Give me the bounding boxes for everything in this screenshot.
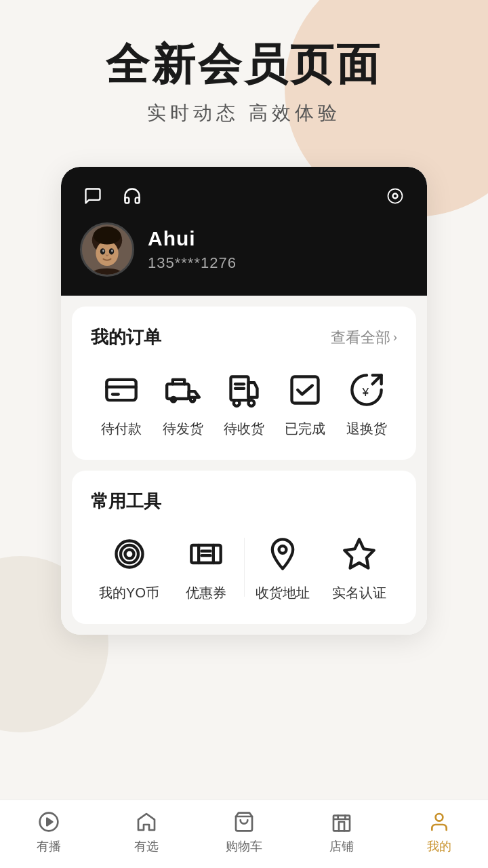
svg-marker-34 <box>47 818 52 826</box>
home-icon <box>136 811 157 833</box>
order-icons-row: 待付款 <box>91 368 397 438</box>
address-icon-wrap <box>261 532 304 576</box>
svg-point-1 <box>393 194 398 199</box>
complete-icon <box>287 372 323 408</box>
order-item-payment[interactable]: 待付款 <box>100 368 143 438</box>
order-label-payment: 待付款 <box>101 420 142 438</box>
tool-label-yocoin: 我的YO币 <box>99 584 159 602</box>
tools-icons-row: 我的YO币 <box>91 532 397 602</box>
header-icons-row <box>80 183 408 209</box>
camera-button[interactable] <box>382 183 408 209</box>
tool-item-yocoin[interactable]: 我的YO币 <box>91 532 167 602</box>
tools-card-header: 常用工具 <box>91 490 397 513</box>
store-nav-icon <box>329 810 354 834</box>
nav-label-play: 有播 <box>37 838 61 854</box>
nav-label-profile: 我的 <box>427 838 451 854</box>
orders-title: 我的订单 <box>91 326 161 349</box>
address-icon <box>265 536 300 572</box>
profile-nav-icon <box>427 810 451 834</box>
ship-icon <box>165 372 201 408</box>
order-item-ship[interactable]: 待发货 <box>161 368 205 438</box>
complete-icon-wrap <box>283 368 327 412</box>
order-item-delivery[interactable]: 待收货 <box>222 368 266 438</box>
tool-label-coupon: 优惠券 <box>186 584 226 602</box>
svg-rect-14 <box>167 384 188 399</box>
tool-item-coupon[interactable]: 优惠券 <box>167 532 244 602</box>
svg-text:¥: ¥ <box>361 385 369 399</box>
coupon-icon-wrap <box>184 532 228 576</box>
nav-item-profile[interactable]: 我的 <box>405 810 473 854</box>
svg-rect-11 <box>107 380 136 400</box>
headset-icon <box>123 186 142 205</box>
header-left-icons <box>80 183 145 209</box>
profile-icon <box>428 811 450 833</box>
tool-item-address[interactable]: 收货地址 <box>244 532 321 602</box>
tools-card: 常用工具 我的YO币 <box>72 471 416 624</box>
member-card: Ahui 135****1276 我的订单 查看全部 › <box>61 167 427 635</box>
nav-item-store[interactable]: 店铺 <box>308 810 375 854</box>
nav-label-store: 店铺 <box>329 838 354 854</box>
svg-point-26 <box>125 550 134 559</box>
cards-section: 我的订单 查看全部 › <box>61 296 427 635</box>
order-item-refund[interactable]: ¥ 退换货 <box>345 368 388 438</box>
avatar[interactable] <box>80 222 134 277</box>
coupon-icon <box>188 536 224 572</box>
camera-icon <box>386 186 405 205</box>
message-icon <box>83 186 102 205</box>
nav-item-play[interactable]: 有播 <box>15 810 83 854</box>
svg-point-18 <box>234 401 240 407</box>
svg-point-32 <box>279 546 286 553</box>
payment-icon-wrap <box>100 368 143 412</box>
order-label-complete: 已完成 <box>285 420 325 438</box>
cart-nav-icon <box>232 810 256 834</box>
tools-title: 常用工具 <box>91 490 161 513</box>
headset-button[interactable] <box>119 183 145 209</box>
home-nav-icon <box>134 810 159 834</box>
order-label-refund: 退换货 <box>346 420 387 438</box>
yo-coin-icon <box>112 536 147 572</box>
cart-icon <box>233 811 255 833</box>
svg-point-39 <box>436 814 443 821</box>
delivery-icon-wrap <box>222 368 266 412</box>
profile-info: Ahui 135****1276 <box>80 222 408 277</box>
refund-icon: ¥ <box>349 372 384 408</box>
svg-point-25 <box>121 545 138 563</box>
profile-header: Ahui 135****1276 <box>61 167 427 296</box>
tool-label-address: 收货地址 <box>256 584 310 602</box>
order-item-complete[interactable]: 已完成 <box>283 368 327 438</box>
delivery-icon <box>226 372 262 408</box>
verify-icon <box>342 536 377 572</box>
svg-rect-36 <box>333 819 350 831</box>
play-nav-icon <box>37 810 61 834</box>
tool-label-verify: 实名认证 <box>332 584 386 602</box>
message-button[interactable] <box>80 183 106 209</box>
order-label-delivery: 待收货 <box>224 420 264 438</box>
nav-label-home: 有选 <box>134 838 159 854</box>
chevron-icon: › <box>393 330 397 344</box>
play-icon <box>38 811 60 833</box>
profile-phone: 135****1276 <box>148 254 237 272</box>
nav-item-cart[interactable]: 购物车 <box>210 810 278 854</box>
svg-point-7 <box>102 250 104 252</box>
profile-text: Ahui 135****1276 <box>148 227 237 272</box>
svg-point-19 <box>248 401 254 407</box>
bottom-nav: 有播 有选 购物车 <box>0 800 488 868</box>
payment-icon <box>104 372 139 408</box>
nav-item-home[interactable]: 有选 <box>113 810 180 854</box>
orders-card: 我的订单 查看全部 › <box>72 307 416 460</box>
refund-icon-wrap: ¥ <box>345 368 388 412</box>
profile-name: Ahui <box>148 227 237 250</box>
svg-point-0 <box>388 189 403 203</box>
tool-item-verify[interactable]: 实名认证 <box>321 532 397 602</box>
ship-icon-wrap <box>161 368 205 412</box>
svg-point-16 <box>190 397 195 402</box>
orders-card-header: 我的订单 查看全部 › <box>91 326 397 349</box>
svg-point-9 <box>94 227 121 245</box>
order-label-ship: 待发货 <box>163 420 203 438</box>
page-subtitle: 实时动态 高效体验 <box>147 100 341 126</box>
yocoin-icon-wrap <box>108 532 151 576</box>
page-title: 全新会员页面 <box>106 41 382 88</box>
view-all-button[interactable]: 查看全部 › <box>331 328 397 348</box>
store-icon <box>331 811 352 833</box>
nav-label-cart: 购物车 <box>226 838 262 854</box>
